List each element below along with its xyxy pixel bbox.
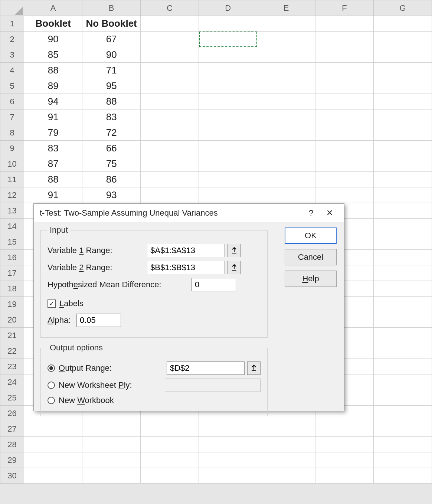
- cell[interactable]: No Booklet: [82, 16, 141, 32]
- row-header[interactable]: 3: [0, 47, 24, 63]
- col-header[interactable]: A: [24, 0, 82, 16]
- cell[interactable]: Booklet: [24, 16, 82, 32]
- cell[interactable]: 85: [24, 47, 82, 63]
- cell[interactable]: [257, 78, 315, 94]
- cell[interactable]: [374, 141, 432, 156]
- row-header[interactable]: 15: [0, 234, 24, 250]
- col-header[interactable]: C: [141, 0, 199, 16]
- cell[interactable]: [199, 109, 257, 125]
- help-button[interactable]: Help: [285, 271, 337, 287]
- cell[interactable]: [374, 156, 432, 172]
- cell[interactable]: [257, 32, 315, 47]
- cell[interactable]: [82, 437, 141, 452]
- cell[interactable]: [257, 141, 315, 156]
- cell[interactable]: [315, 109, 374, 125]
- cell[interactable]: [257, 437, 315, 452]
- cell[interactable]: [199, 94, 257, 109]
- cell[interactable]: [199, 452, 257, 468]
- cell[interactable]: [257, 94, 315, 109]
- cell[interactable]: [374, 78, 432, 94]
- cell[interactable]: [315, 63, 374, 78]
- row-header[interactable]: 12: [0, 187, 24, 203]
- cell[interactable]: [374, 187, 432, 203]
- row-header[interactable]: 10: [0, 156, 24, 172]
- cell[interactable]: [199, 47, 257, 63]
- cell[interactable]: 93: [82, 187, 141, 203]
- new-worksheet-ply-radio[interactable]: New Worksheet Ply:: [48, 380, 132, 390]
- cell[interactable]: [374, 390, 432, 406]
- cell[interactable]: [315, 172, 374, 187]
- cell[interactable]: 91: [24, 109, 82, 125]
- cell[interactable]: [257, 452, 315, 468]
- cell[interactable]: [199, 156, 257, 172]
- cell[interactable]: [141, 421, 199, 437]
- cell[interactable]: 67: [82, 32, 141, 47]
- cell[interactable]: [24, 468, 82, 484]
- cell[interactable]: [257, 421, 315, 437]
- cell[interactable]: [374, 32, 432, 47]
- cell[interactable]: [315, 187, 374, 203]
- cell[interactable]: 90: [82, 47, 141, 63]
- dialog-titlebar[interactable]: t-Test: Two-Sample Assuming Unequal Vari…: [34, 204, 344, 222]
- row-header[interactable]: 8: [0, 125, 24, 141]
- collapse-dialog-icon[interactable]: [228, 261, 241, 274]
- cell[interactable]: [24, 452, 82, 468]
- worksheet-ply-input[interactable]: [165, 379, 261, 392]
- cell[interactable]: [315, 468, 374, 484]
- row-header[interactable]: 21: [0, 328, 24, 343]
- cell[interactable]: [374, 312, 432, 328]
- cell[interactable]: [141, 109, 199, 125]
- cell[interactable]: [315, 78, 374, 94]
- cell[interactable]: [199, 187, 257, 203]
- cell[interactable]: [82, 468, 141, 484]
- output-range-input[interactable]: [167, 361, 245, 375]
- cell[interactable]: 94: [24, 94, 82, 109]
- cell[interactable]: [374, 452, 432, 468]
- cell[interactable]: [141, 437, 199, 452]
- row-header[interactable]: 1: [0, 16, 24, 32]
- cell[interactable]: [257, 47, 315, 63]
- cell[interactable]: [374, 203, 432, 219]
- cell[interactable]: 75: [82, 156, 141, 172]
- row-header[interactable]: 13: [0, 203, 24, 219]
- cell[interactable]: [199, 16, 257, 32]
- cell[interactable]: [257, 16, 315, 32]
- cell[interactable]: [141, 172, 199, 187]
- row-header[interactable]: 22: [0, 343, 24, 359]
- cell[interactable]: [374, 406, 432, 421]
- cell[interactable]: 86: [82, 172, 141, 187]
- cell[interactable]: 91: [24, 187, 82, 203]
- cell[interactable]: 88: [24, 63, 82, 78]
- row-header[interactable]: 4: [0, 63, 24, 78]
- row-header[interactable]: 17: [0, 265, 24, 281]
- cell[interactable]: [257, 109, 315, 125]
- col-header[interactable]: B: [82, 0, 141, 16]
- row-header[interactable]: 11: [0, 172, 24, 187]
- cell[interactable]: 90: [24, 32, 82, 47]
- cell[interactable]: [374, 297, 432, 312]
- cell[interactable]: [374, 437, 432, 452]
- cell[interactable]: 88: [24, 172, 82, 187]
- row-header[interactable]: 14: [0, 219, 24, 234]
- row-header[interactable]: 16: [0, 250, 24, 265]
- cell[interactable]: [141, 156, 199, 172]
- cell[interactable]: [257, 172, 315, 187]
- cell[interactable]: [199, 468, 257, 484]
- cell[interactable]: [315, 16, 374, 32]
- cell[interactable]: 83: [82, 109, 141, 125]
- cell[interactable]: [199, 437, 257, 452]
- dialog-help-icon[interactable]: ?: [302, 204, 320, 222]
- cell[interactable]: [374, 281, 432, 297]
- cell[interactable]: [199, 421, 257, 437]
- cell[interactable]: [315, 94, 374, 109]
- collapse-dialog-icon[interactable]: [247, 361, 261, 375]
- cell[interactable]: [199, 32, 257, 47]
- cell[interactable]: [24, 437, 82, 452]
- cell[interactable]: [82, 452, 141, 468]
- cell[interactable]: [374, 172, 432, 187]
- labels-checkbox[interactable]: ✓ Labels: [48, 299, 84, 308]
- cell[interactable]: 88: [82, 94, 141, 109]
- cell[interactable]: 83: [24, 141, 82, 156]
- cell[interactable]: [199, 125, 257, 141]
- cancel-button[interactable]: Cancel: [285, 249, 337, 265]
